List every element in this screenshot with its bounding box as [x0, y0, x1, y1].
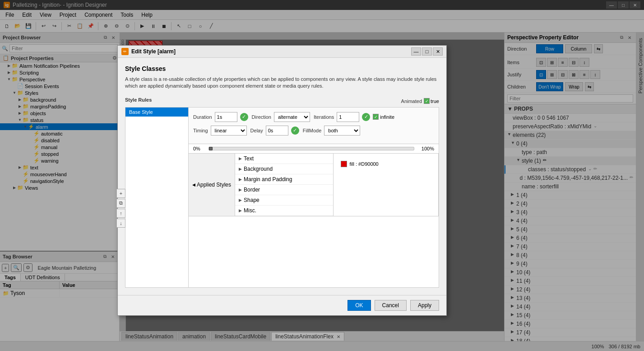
- style-edit-form: Duration ✓ Direction normal reverse alte…: [189, 108, 439, 144]
- delay-input[interactable]: [266, 126, 288, 136]
- style-classes-title: Style Classes: [125, 65, 439, 72]
- applied-styles-arrow: ◀: [192, 183, 195, 187]
- iterations-ok-icon: ✓: [362, 113, 370, 121]
- delay-group: Delay ✓: [250, 126, 299, 136]
- progress-end-label: 100%: [416, 146, 434, 151]
- prop-margin-padding[interactable]: ▶ Margin and Padding: [235, 174, 333, 185]
- rule-down-button[interactable]: ↓: [116, 219, 125, 228]
- prop-shape-label: Shape: [244, 197, 259, 203]
- style-classes-desc: A style class is a re-usable collection …: [125, 76, 439, 90]
- progress-thumb[interactable]: [209, 147, 213, 150]
- shape-content: fill : #D90000: [337, 157, 435, 171]
- shape-fill-row: fill : #D90000: [341, 161, 431, 167]
- applied-styles-header[interactable]: ◀ Applied Styles: [189, 154, 235, 216]
- prop-text-label: Text: [244, 155, 254, 162]
- modal-maximize-button[interactable]: □: [422, 47, 432, 56]
- prop-misc-label: Misc.: [244, 207, 256, 214]
- timing-select[interactable]: linear ease: [211, 126, 247, 136]
- style-rules-list-panel: Base Style + ⧉ ↑ ↓: [125, 108, 189, 287]
- rule-action-buttons: + ⧉ ↑ ↓: [116, 188, 126, 229]
- modal-close-button[interactable]: ✕: [433, 47, 443, 56]
- fillmode-group: FillMode none forwards backwards both: [303, 126, 361, 136]
- animated-label: Animated: [401, 98, 422, 104]
- applied-styles-area: ◀ Applied Styles ▶ Text ▶: [189, 154, 439, 216]
- modal-overlay: ✏ Edit Style [alarm] — □ ✕ Style Classes…: [0, 0, 644, 351]
- duration-label: Duration: [193, 114, 212, 120]
- duration-group: Duration ✓: [193, 112, 248, 122]
- prop-border-label: Border: [244, 187, 260, 193]
- animated-checkbox[interactable]: ✓: [424, 98, 430, 104]
- modal-controls: — □ ✕: [411, 47, 443, 56]
- progress-start-label: 0%: [193, 146, 207, 151]
- style-rules-header: Style Rules Animated ✓ true: [125, 97, 439, 105]
- infinite-label: infinite: [380, 114, 394, 120]
- animated-value: true: [431, 98, 439, 104]
- apply-button[interactable]: Apply: [410, 300, 439, 311]
- style-rules-label: Style Rules: [125, 97, 152, 103]
- iterations-group: Iterations ✓ ✓ infinite: [314, 112, 394, 122]
- modal-body: Style Classes A style class is a re-usab…: [118, 58, 446, 295]
- prop-text[interactable]: ▶ Text: [235, 154, 333, 164]
- prop-border[interactable]: ▶ Border: [235, 185, 333, 195]
- form-row-1: Duration ✓ Direction normal reverse alte…: [193, 112, 434, 122]
- rule-up-button[interactable]: ↑: [116, 209, 125, 218]
- timing-group: Timing linear ease: [193, 126, 247, 136]
- style-rules-area: Base Style + ⧉ ↑ ↓: [125, 107, 439, 288]
- rule-copy-button[interactable]: ⧉: [116, 199, 125, 208]
- applied-styles-label: Applied Styles: [197, 182, 231, 188]
- shape-fill-label: fill : #D90000: [350, 161, 379, 167]
- delay-ok-icon: ✓: [291, 126, 299, 135]
- prop-shape[interactable]: ▶ Shape: [235, 195, 333, 206]
- style-rules-form: Duration ✓ Direction normal reverse alte…: [189, 108, 439, 287]
- fillmode-select[interactable]: none forwards backwards both: [324, 126, 360, 136]
- rule-base-style[interactable]: Base Style: [125, 108, 188, 117]
- iterations-input[interactable]: [337, 112, 359, 122]
- modal-title-bar: ✏ Edit Style [alarm] — □ ✕: [118, 46, 446, 58]
- progress-row: 0% 100%: [189, 144, 439, 154]
- form-row-2: Timing linear ease Delay ✓: [193, 126, 434, 136]
- modal-minimize-button[interactable]: —: [411, 47, 421, 56]
- duration-ok-icon: ✓: [240, 113, 248, 121]
- prop-margin-label: Margin and Padding: [244, 176, 292, 183]
- animated-checkbox-row: ✓ true: [424, 98, 439, 104]
- prop-col-left: ▶ Text ▶ Background ▶ Margin and Padding: [235, 154, 333, 216]
- prop-misc[interactable]: ▶ Misc.: [235, 206, 333, 216]
- color-swatch[interactable]: [341, 161, 347, 167]
- timing-label: Timing: [193, 128, 208, 133]
- infinite-checkbox: ✓ infinite: [373, 114, 394, 120]
- direction-group: Direction normal reverse alternate alter…: [252, 112, 310, 122]
- prop-background[interactable]: ▶ Background: [235, 164, 333, 174]
- rule-add-button[interactable]: +: [116, 189, 125, 198]
- prop-col-right: fill : #D90000: [334, 154, 439, 216]
- direction-form-label: Direction: [252, 114, 271, 120]
- delay-label: Delay: [250, 128, 263, 133]
- duration-input[interactable]: [215, 112, 237, 122]
- style-rules-list: Base Style: [125, 108, 188, 287]
- infinite-check[interactable]: ✓: [373, 114, 379, 120]
- modal-icon: ✏: [121, 48, 129, 55]
- iterations-label: Iterations: [314, 114, 334, 120]
- modal-footer: OK Cancel Apply: [118, 295, 446, 315]
- modal-title: Edit Style [alarm]: [131, 48, 176, 55]
- fillmode-label: FillMode: [303, 128, 322, 133]
- prop-background-label: Background: [244, 166, 273, 172]
- ok-button[interactable]: OK: [347, 300, 371, 311]
- property-columns: ▶ Text ▶ Background ▶ Margin and Padding: [235, 154, 439, 216]
- progress-track[interactable]: [208, 147, 414, 150]
- direction-select[interactable]: normal reverse alternate alternate-rever…: [274, 112, 310, 122]
- animated-control: Animated ✓ true: [401, 98, 439, 104]
- edit-style-modal: ✏ Edit Style [alarm] — □ ✕ Style Classes…: [117, 45, 447, 316]
- cancel-button[interactable]: Cancel: [375, 300, 407, 311]
